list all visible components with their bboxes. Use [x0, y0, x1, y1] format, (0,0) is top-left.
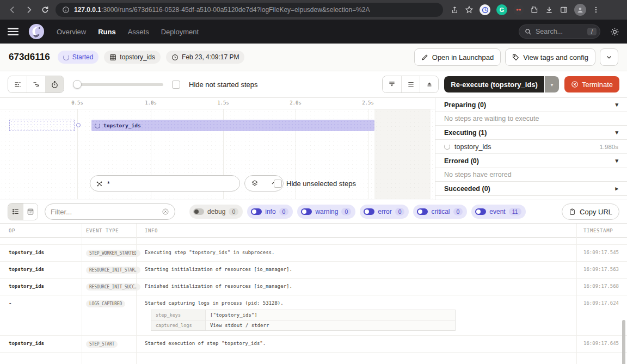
log-row[interactable]: topstory_ids STEP_START Started executio…: [0, 336, 627, 353]
toggle-icon: [475, 208, 486, 215]
gantt-step-label: topstory_ids: [103, 122, 141, 128]
log-filter-bar: debug0 info0 warning0 error0 critical0 e…: [0, 200, 627, 223]
caret-down-icon: ▾: [615, 157, 618, 164]
copy-url-button[interactable]: Copy URL: [562, 203, 619, 220]
log-row[interactable]: topstory_ids RESOURCE_INIT_STAR… Startin…: [0, 262, 627, 279]
search-shortcut-kbd: /: [587, 28, 597, 35]
timed-view-icon[interactable]: [45, 76, 64, 92]
level-count-badge: 0: [395, 208, 405, 215]
hide-not-started-checkbox[interactable]: [172, 81, 180, 89]
slider-knob[interactable]: [73, 80, 82, 89]
clear-filter-icon[interactable]: [162, 208, 169, 215]
site-info-icon[interactable]: [62, 6, 70, 14]
step-status-panel: Preparing (0) ▾ No steps are waiting to …: [435, 98, 627, 200]
nav-link-deployment[interactable]: Deployment: [161, 28, 199, 36]
log-filter-input-wrap[interactable]: [45, 203, 175, 220]
step-selection-input[interactable]: [107, 180, 234, 187]
view-tags-config-button[interactable]: View tags and config: [505, 48, 595, 66]
queued-step-placeholder: [9, 120, 75, 131]
global-search[interactable]: Search... /: [519, 24, 600, 39]
log-row-logs-captured[interactable]: - LOGS_CAPTURED Started capturing logs i…: [0, 295, 627, 336]
executing-step-elapsed: 1.980s: [599, 144, 618, 150]
log-view-mode-group: [8, 203, 38, 220]
column-divider: [136, 224, 137, 364]
event-type-tag: RESOURCE_INIT_STAR…: [86, 267, 140, 274]
url-path: :3000/runs/673d6116-0528-45df-a510-00a51…: [101, 6, 370, 14]
gantt-zoom-slider[interactable]: [73, 80, 163, 89]
gantt-step-bar[interactable]: topstory_ids: [91, 120, 374, 131]
list-view-icon[interactable]: [8, 203, 23, 220]
reexecute-split-button: Re-execute (topstory_ids) ▾: [444, 76, 559, 92]
sidepanel-icon[interactable]: [560, 5, 568, 14]
share-icon[interactable]: [451, 6, 459, 14]
caret-down-icon: ▾: [615, 101, 618, 108]
log-row[interactable]: topstory_ids RESOURCE_INIT_SUCC… Finishe…: [0, 279, 627, 295]
extension-grammarly-icon[interactable]: G: [496, 4, 507, 15]
waterfall-view-icon[interactable]: [27, 76, 45, 92]
log-filter-input[interactable]: [51, 208, 158, 216]
hide-unselected-checkbox[interactable]: [274, 180, 282, 188]
flat-view-icon[interactable]: [8, 76, 27, 92]
rows-icon[interactable]: [401, 76, 420, 92]
header-event-type: EVENT TYPE: [82, 228, 139, 233]
level-count-badge: 0: [279, 208, 289, 215]
gantt-toolbar: Hide not started steps Re-execute (topst…: [0, 71, 627, 98]
structured-view-icon[interactable]: [23, 203, 38, 220]
browser-menu-icon[interactable]: [592, 6, 600, 14]
extensions-puzzle-icon[interactable]: [530, 5, 539, 14]
level-count-badge: 0: [341, 208, 351, 215]
run-more-actions-button[interactable]: [600, 48, 618, 66]
level-chip-debug[interactable]: debug0: [189, 205, 243, 219]
log-row-clipped[interactable]: topstory_ids STEP_WORKER_STARTI… Launchi…: [0, 238, 627, 245]
section-errored[interactable]: Errored (0) ▾: [435, 154, 627, 168]
terminate-button[interactable]: Terminate: [564, 76, 619, 92]
log-scrollbar-thumb[interactable]: [622, 320, 625, 364]
section-preparing[interactable]: Preparing (0) ▾: [435, 98, 627, 112]
job-name-tag[interactable]: topstory_ids: [104, 51, 161, 64]
browser-reload-icon[interactable]: [39, 4, 51, 16]
layers-icon[interactable]: [245, 176, 264, 191]
downloads-icon[interactable]: [545, 5, 554, 14]
level-chip-info[interactable]: info0: [247, 205, 293, 219]
eject-icon[interactable]: [420, 76, 438, 92]
toggle-icon: [193, 208, 204, 215]
run-status-badge: Started: [58, 51, 99, 64]
slider-track[interactable]: [73, 83, 163, 86]
log-row[interactable]: topstory_ids STEP_WORKER_STARTED Executi…: [0, 245, 627, 262]
extension-robot-icon[interactable]: [513, 4, 524, 15]
level-chip-warning[interactable]: warning0: [297, 205, 355, 219]
url-host: 127.0.0.1: [74, 6, 101, 14]
browser-avatar[interactable]: [574, 4, 586, 16]
search-icon: [525, 28, 532, 35]
browser-back-icon[interactable]: [7, 4, 19, 16]
collapse-down-icon[interactable]: [383, 76, 401, 92]
level-chip-error[interactable]: error0: [360, 205, 409, 219]
url-bar[interactable]: 127.0.0.1:3000/runs/673d6116-0528-45df-a…: [56, 3, 443, 17]
hamburger-menu-icon[interactable]: [8, 28, 19, 35]
nav-link-assets[interactable]: Assets: [128, 28, 149, 36]
extension-clock-icon[interactable]: [480, 4, 490, 15]
search-placeholder: Search...: [536, 28, 583, 35]
step-selection-input-wrap[interactable]: [90, 175, 240, 192]
level-chip-critical[interactable]: critical0: [413, 205, 467, 219]
open-in-launchpad-button[interactable]: Open in Launchpad: [414, 48, 501, 66]
section-succeeded[interactable]: Succeeded (0) ▸: [435, 182, 627, 196]
nav-link-overview[interactable]: Overview: [57, 28, 86, 36]
settings-gear-icon[interactable]: [610, 27, 619, 36]
dagster-logo[interactable]: [28, 23, 45, 40]
level-chip-event[interactable]: event11: [471, 205, 525, 219]
view-stdout-stderr-link[interactable]: View stdout / stderr: [206, 320, 273, 330]
column-divider: [576, 224, 577, 364]
executing-step-row[interactable]: topstory_ids 1.980s: [435, 140, 627, 154]
caret-down-icon: ▾: [615, 129, 618, 136]
reexecute-caret-button[interactable]: ▾: [545, 76, 559, 92]
step-spinner-icon: [95, 123, 100, 128]
clock-icon: [171, 54, 179, 61]
reexecute-button[interactable]: Re-execute (topstory_ids): [444, 76, 544, 92]
section-executing[interactable]: Executing (1) ▾: [435, 126, 627, 140]
nav-link-runs[interactable]: Runs: [98, 28, 116, 36]
bookmark-star-icon[interactable]: [465, 5, 474, 14]
step-start-marker: [76, 123, 81, 127]
log-table: OP EVENT TYPE INFO TIMESTAMP topstory_id…: [0, 223, 627, 364]
browser-forward-icon[interactable]: [23, 4, 35, 16]
